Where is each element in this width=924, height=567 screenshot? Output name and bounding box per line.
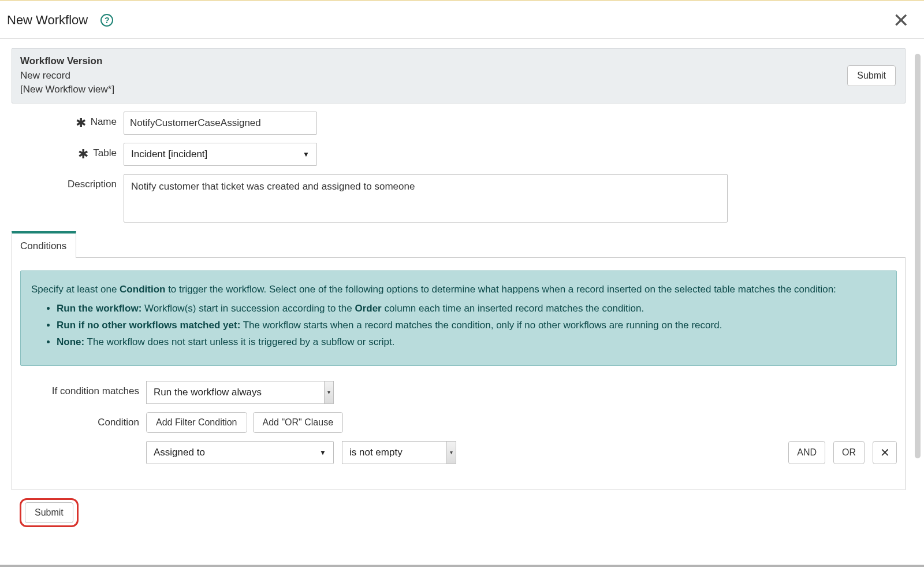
if-condition-matches-label: If condition matches — [24, 381, 146, 397]
scrollbar[interactable] — [915, 54, 921, 458]
close-icon[interactable]: ✕ — [893, 10, 912, 30]
chevron-down-icon: ▼ — [303, 150, 310, 158]
mandatory-icon: ✱ — [78, 150, 88, 158]
if-condition-matches-value: Run the workflow always — [154, 387, 262, 398]
tab-conditions-body: Specify at least one Condition to trigge… — [12, 258, 906, 490]
new-workflow-modal: New Workflow ? ✕ Workflow Version New re… — [0, 0, 924, 567]
condition-operator-value: is not empty — [349, 447, 403, 458]
description-label: Description — [18, 174, 124, 190]
conditions-info-callout: Specify at least one Condition to trigge… — [20, 270, 897, 366]
close-icon: ✕ — [880, 446, 890, 459]
tab-conditions[interactable]: Conditions — [12, 231, 76, 258]
submit-highlight: Submit — [20, 498, 79, 527]
name-input[interactable] — [124, 112, 317, 135]
table-select[interactable]: Incident [incident] ▼ — [124, 143, 317, 166]
table-select-value: Incident [incident] — [131, 149, 207, 160]
record-view-note: [New Workflow view*] — [20, 83, 114, 97]
chevron-down-icon: ▾ — [324, 381, 333, 403]
record-header-panel: Workflow Version New record [New Workflo… — [12, 48, 906, 103]
chevron-down-icon: ▾ — [446, 442, 456, 464]
submit-button-top[interactable]: Submit — [847, 65, 896, 86]
modal-title: New Workflow — [7, 13, 88, 28]
add-or-clause-button[interactable]: Add "OR" Clause — [253, 412, 344, 433]
scrollbar-thumb[interactable] — [915, 54, 921, 458]
chevron-down-icon: ▼ — [319, 449, 326, 457]
add-filter-condition-button[interactable]: Add Filter Condition — [146, 412, 247, 433]
condition-operator-select[interactable]: is not empty ▾ — [342, 441, 456, 464]
condition-field-value: Assigned to — [154, 447, 205, 458]
condition-and-button[interactable]: AND — [788, 441, 825, 464]
if-condition-matches-select[interactable]: Run the workflow always ▾ — [146, 381, 334, 404]
record-subtitle: New record — [20, 69, 114, 83]
mandatory-icon: ✱ — [76, 118, 86, 127]
condition-or-button[interactable]: OR — [833, 441, 865, 464]
condition-label: Condition — [24, 412, 146, 428]
condition-field-select[interactable]: Assigned to ▼ — [146, 441, 334, 464]
submit-button-bottom[interactable]: Submit — [25, 502, 73, 523]
description-textarea[interactable]: Notify customer that ticket was created … — [124, 174, 728, 223]
name-label: ✱Name — [18, 112, 124, 128]
record-title: Workflow Version — [20, 54, 114, 69]
table-label: ✱Table — [18, 143, 124, 159]
modal-header: New Workflow ? ✕ — [0, 1, 924, 38]
help-icon[interactable]: ? — [100, 14, 113, 27]
condition-remove-button[interactable]: ✕ — [873, 441, 897, 464]
